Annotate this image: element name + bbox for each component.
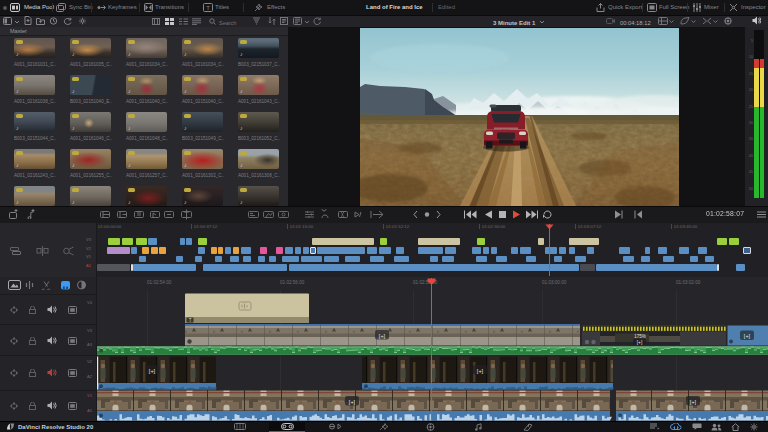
svg-text:T: T: [206, 5, 210, 11]
svg-text:[+]: [+]: [477, 368, 484, 374]
svg-text:[+]: [+]: [349, 399, 356, 405]
svg-text:175%: 175%: [634, 334, 646, 339]
svg-text:T: T: [189, 318, 192, 323]
svg-text:[+]: [+]: [744, 333, 751, 339]
svg-text:[+]: [+]: [690, 399, 697, 405]
svg-text:[+]: [+]: [149, 368, 156, 374]
svg-text:[+]: [+]: [637, 340, 642, 345]
svg-text:[+]: [+]: [379, 333, 386, 339]
